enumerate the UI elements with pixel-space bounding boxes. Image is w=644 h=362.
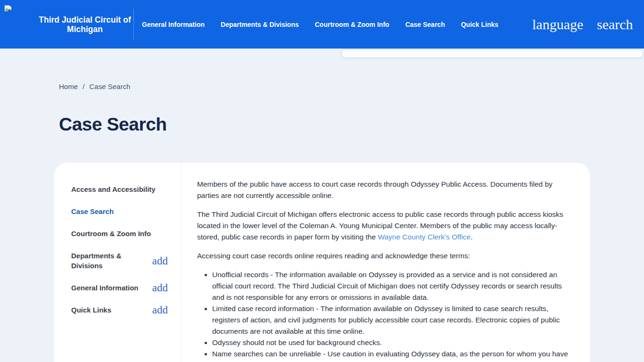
search-icon[interactable]: search — [597, 16, 633, 33]
add-expand-icon[interactable]: add — [152, 305, 168, 315]
add-expand-icon[interactable]: add — [152, 256, 168, 266]
breadcrumb-separator: / — [83, 82, 84, 90]
nav-departments-divisions[interactable]: Departments & Divisions — [221, 21, 299, 28]
term-background-checks: Odyssey should not be used for backgroun… — [212, 337, 576, 348]
section-sidebar: Access and Accessibility Case Search Cou… — [54, 163, 182, 362]
sidebar-item-quick-links[interactable]: Quick Links add — [71, 305, 168, 315]
sidebar-item-general-information[interactable]: General Information add — [71, 283, 168, 293]
sidebar-item-label: Access and Accessibility — [71, 184, 156, 194]
kiosk-paragraph: The Third Judicial Circuit of Michigan o… — [197, 209, 576, 243]
sidebar-item-label: Courtroom & Zoom Info — [71, 229, 151, 239]
breadcrumb-current: Case Search — [90, 82, 131, 90]
sidebar-item-label: Quick Links — [71, 305, 111, 315]
kiosk-paragraph-period: . — [471, 233, 472, 241]
search-input[interactable] — [342, 50, 643, 58]
term-unofficial-records: Unofficial records - The information ava… — [212, 269, 576, 303]
sidebar-item-label: General Information — [71, 283, 139, 293]
breadcrumb-home-link[interactable]: Home — [59, 82, 78, 90]
sidebar-item-case-search[interactable]: Case Search — [71, 206, 168, 216]
sidebar-item-label: Case Search — [71, 206, 114, 216]
search-panel — [341, 49, 643, 58]
intro-paragraph: Members of the public have access to cou… — [197, 179, 576, 201]
sidebar-item-access-accessibility[interactable]: Access and Accessibility — [71, 184, 168, 194]
terms-intro: Accessing court case records online requ… — [197, 250, 576, 262]
main-content: Members of the public have access to cou… — [182, 163, 590, 362]
site-title: Third Judicial Circuit of Michigan — [39, 0, 131, 49]
main-nav: General Information Departments & Divisi… — [142, 0, 498, 49]
nav-quick-links[interactable]: Quick Links — [461, 21, 498, 28]
language-icon[interactable]: language — [532, 16, 583, 33]
header-divider — [133, 8, 134, 40]
page-title: Case Search — [59, 114, 167, 135]
nav-courtroom-zoom-info[interactable]: Courtroom & Zoom Info — [315, 21, 389, 28]
term-limited-case-record: Limited case record information - The in… — [212, 303, 576, 337]
sidebar-item-label: Departments & Divisions — [71, 251, 144, 271]
sidebar-item-departments-divisions[interactable]: Departments & Divisions add — [71, 251, 168, 271]
broken-logo-image-icon[interactable] — [4, 5, 12, 13]
add-expand-icon[interactable]: add — [152, 283, 168, 293]
wayne-county-clerk-link[interactable]: Wayne County Clerk's Office — [378, 233, 471, 241]
terms-list: Unofficial records - The information ava… — [197, 269, 576, 362]
nav-general-information[interactable]: General Information — [142, 21, 205, 28]
breadcrumb: Home / Case Search — [59, 82, 130, 90]
term-name-searches: Name searches can be unreliable - Use ca… — [212, 348, 576, 362]
nav-case-search[interactable]: Case Search — [405, 21, 445, 28]
sidebar-item-courtroom-zoom-info[interactable]: Courtroom & Zoom Info — [71, 229, 168, 239]
content-card: Access and Accessibility Case Search Cou… — [54, 163, 590, 362]
site-header: Third Judicial Circuit of Michigan Gener… — [0, 0, 644, 49]
